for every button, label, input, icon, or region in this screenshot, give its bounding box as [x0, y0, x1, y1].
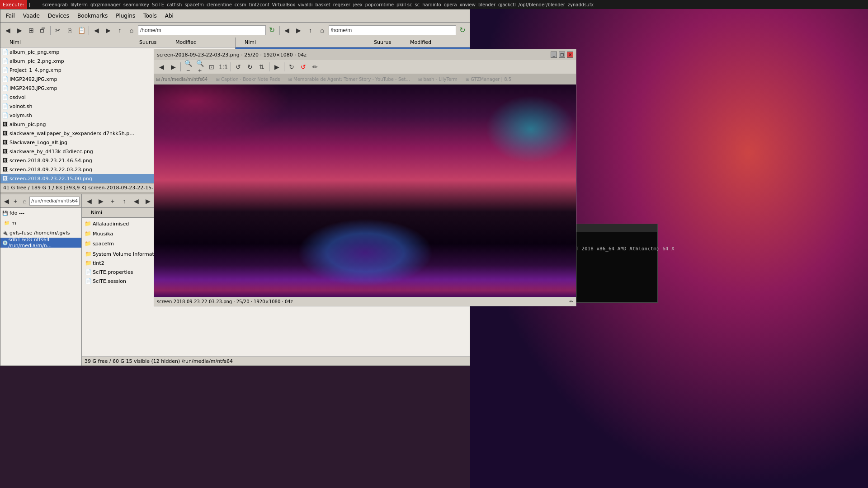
app-virtualbox[interactable]: VirtualBox: [272, 2, 295, 7]
left-path-input[interactable]: [140, 27, 264, 33]
menu-devices[interactable]: Devices: [44, 12, 73, 20]
app-screengrab[interactable]: screengrab: [42, 2, 68, 7]
tree-back-button[interactable]: ◀: [2, 196, 10, 206]
app-basket[interactable]: basket: [316, 2, 330, 7]
iv-close-button[interactable]: ✕: [567, 52, 573, 58]
iv-maximize-button[interactable]: □: [559, 52, 565, 58]
separator-1: [50, 26, 51, 35]
app-spacefm[interactable]: spacefm: [184, 2, 204, 7]
right-up-button[interactable]: ↑: [305, 25, 316, 36]
tree-new-button[interactable]: +: [11, 196, 19, 206]
iv-zoom-out-button[interactable]: 🔍−: [183, 61, 193, 72]
app-ccsm[interactable]: ccsm: [235, 2, 246, 7]
app-qjackctl[interactable]: qjackctl: [498, 2, 516, 7]
app-sc[interactable]: sc: [415, 2, 420, 7]
app-scite[interactable]: SciTE: [152, 2, 164, 7]
tree-item-sdb1[interactable]: 💿 sdb1 60G ntfs64 /run/media/m/n...: [0, 238, 81, 248]
col-modified-right[interactable]: Modified: [406, 39, 470, 45]
tree-panel: ◀ + ⌂ /run/media/m/ntfs64 💾 fdo --- 📁 m …: [0, 194, 82, 366]
cut-button[interactable]: ✂: [52, 25, 63, 36]
iv-rotate-right-button[interactable]: ↻: [245, 61, 255, 72]
app-jeex[interactable]: jeex: [353, 2, 363, 7]
right-home-button[interactable]: ⌂: [317, 25, 328, 36]
app-lilyterm[interactable]: lilyterm: [71, 2, 88, 7]
app-zynaddsufx[interactable]: zynaddsufx: [568, 2, 594, 7]
execute-input[interactable]: [29, 2, 42, 7]
right-refresh-button[interactable]: ↻: [457, 25, 468, 36]
col-name-left[interactable]: Nimi: [0, 39, 136, 45]
app-hardinfo[interactable]: hardinfo: [422, 2, 441, 7]
folder-item-muusika[interactable]: 📁 Muusika: [83, 229, 155, 239]
tree-home-button[interactable]: ⌂: [20, 196, 28, 206]
menu-abi[interactable]: Abi: [161, 12, 177, 20]
app-catfish[interactable]: catfish: [167, 2, 182, 7]
up-button[interactable]: ↑: [114, 25, 125, 36]
menu-tools[interactable]: Tools: [140, 12, 160, 20]
right-path-input[interactable]: [331, 27, 454, 33]
app-pkill[interactable]: pkill sc: [396, 2, 412, 7]
right-forward-button[interactable]: ▶: [293, 25, 304, 36]
iv-prev-button[interactable]: ◀: [156, 61, 167, 72]
file-name: screen-2018-09-23-22-15-00.png: [9, 176, 136, 182]
folder-up-button[interactable]: ↑: [119, 196, 130, 206]
app-vivaldi[interactable]: vivaldi: [298, 2, 313, 7]
tree-item-gvfs[interactable]: 🔌 gvfs-fuse /home/m/.gvfs: [0, 228, 81, 238]
back-nav-button[interactable]: ◀: [91, 25, 102, 36]
app-opera[interactable]: opera: [444, 2, 457, 7]
folder-nav-back[interactable]: ◀: [131, 196, 142, 206]
iv-stop-button[interactable]: ↺: [298, 61, 309, 72]
iv-zoom-in-button[interactable]: 🔍+: [194, 61, 205, 72]
iv-image-area[interactable]: [154, 84, 576, 297]
app-seamonkey[interactable]: seamonkey: [123, 2, 149, 7]
tree-item-fdo[interactable]: 💾 fdo ---: [0, 208, 81, 218]
paste-button[interactable]: 📋: [76, 25, 87, 36]
iv-edit-icon[interactable]: ✏: [570, 299, 573, 304]
iv-rotate-left-button[interactable]: ↺: [233, 61, 244, 72]
iv-minimize-button[interactable]: _: [551, 52, 557, 58]
iv-flip-button[interactable]: ⇅: [256, 61, 267, 72]
menu-fail[interactable]: Fail: [2, 12, 19, 20]
col-modified-left[interactable]: Modified: [172, 39, 235, 45]
tree-item-m[interactable]: 📁 m: [0, 218, 81, 228]
folder-nav-forward[interactable]: ▶: [142, 196, 153, 206]
iv-actual-button[interactable]: 1:1: [218, 61, 229, 72]
folder-item-allalaadimised[interactable]: 📁 Allalaadimised: [83, 219, 155, 229]
app-qtgzmanager[interactable]: qtgzmanager: [90, 2, 121, 7]
iv-tab-mem: ⊞ Memorable de Agent: Tomer Story - YouT…: [288, 77, 410, 82]
menu-vaade[interactable]: Vaade: [19, 12, 43, 20]
menu-plugins[interactable]: Plugins: [112, 12, 139, 20]
folder-back-button[interactable]: ◀: [84, 196, 94, 206]
app-xnview[interactable]: xnview: [460, 2, 476, 7]
app-regexer[interactable]: regexer: [333, 2, 350, 7]
folder-forward-button[interactable]: ▶: [95, 196, 106, 206]
iv-fit-button[interactable]: ⊡: [206, 61, 217, 72]
new-tab-button[interactable]: ⊞: [26, 25, 37, 36]
iv-edit-button[interactable]: ✏: [310, 61, 321, 72]
forward-nav-button[interactable]: ▶: [103, 25, 113, 36]
folder-new-button[interactable]: +: [107, 196, 118, 206]
file-icon: 📄: [0, 85, 9, 91]
folder-item-spacefm[interactable]: 📁 spacefm: [83, 239, 155, 249]
app-blender[interactable]: blender: [478, 2, 495, 7]
app-popcorntime[interactable]: popcorntime: [365, 2, 394, 7]
back-button[interactable]: ◀: [2, 25, 13, 36]
app-tint2conf[interactable]: tint2conf: [249, 2, 269, 7]
left-status-text: 41 G free / 189 G 1 / 83 (393,9 K) scree…: [3, 185, 171, 191]
iv-tab-bash: ⊞ bash - LilyTerm: [418, 77, 458, 82]
col-user-right[interactable]: Suurus: [370, 39, 406, 45]
new-window-button[interactable]: 🗗: [38, 25, 48, 36]
menu-bookmarks[interactable]: Bookmarks: [74, 12, 111, 20]
app-blender2[interactable]: /opt/blender/blender: [519, 2, 565, 7]
iv-refresh-button[interactable]: ↻: [286, 61, 297, 72]
app-clementine[interactable]: clementine: [207, 2, 232, 7]
col-user-left[interactable]: Suurus: [136, 39, 172, 45]
copy-button[interactable]: ⎘: [64, 25, 75, 36]
col-name-right[interactable]: Nimi: [236, 39, 370, 45]
right-back-button[interactable]: ◀: [282, 25, 292, 36]
home-button[interactable]: ⌂: [126, 25, 137, 36]
file-name: slackware_wallpaper_by_xexpanderx-d7nkk5…: [9, 131, 136, 136]
left-refresh-button[interactable]: ↻: [267, 25, 278, 36]
forward-button[interactable]: ▶: [14, 25, 25, 36]
iv-next-button[interactable]: ▶: [168, 61, 179, 72]
iv-slideshow-button[interactable]: ▶: [271, 61, 282, 72]
